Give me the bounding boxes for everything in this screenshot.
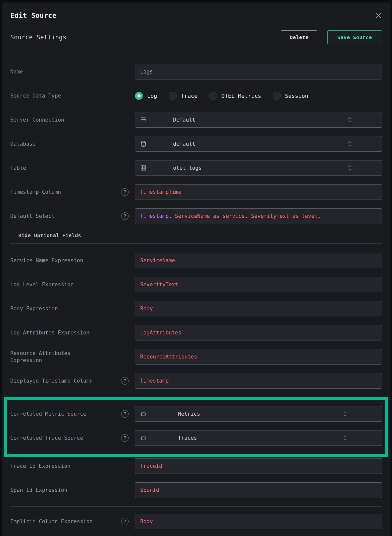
save-source-button[interactable]: Save Source bbox=[327, 30, 382, 44]
row-displayed-timestamp-column: Displayed Timestamp Column ? Timestamp bbox=[10, 373, 382, 389]
row-correlated-metric-source: Correlated Metric Source ? Metrics bbox=[10, 406, 382, 422]
database-select[interactable]: default bbox=[135, 136, 382, 152]
default-select-input[interactable]: Timestamp, ServiceName as service, Sever… bbox=[135, 208, 382, 224]
server-icon bbox=[140, 117, 169, 123]
body-expression-input[interactable]: Body bbox=[135, 301, 382, 316]
row-server-connection: Server Connection Default bbox=[10, 112, 382, 128]
radio-unchecked-icon bbox=[273, 92, 281, 100]
row-resource-attributes-expression: Resource Attributes Expression ResourceA… bbox=[10, 349, 382, 365]
help-icon[interactable]: ? bbox=[121, 377, 129, 385]
dialog-header: Edit Source bbox=[8, 12, 384, 19]
settings-bar: Source Settings Delete Save Source bbox=[8, 30, 384, 44]
close-icon[interactable] bbox=[375, 12, 382, 19]
log-attributes-expression-label: Log Attributes Expression bbox=[10, 329, 89, 336]
log-level-expression-label: Log Level Expression bbox=[10, 281, 74, 288]
span-id-expression-input[interactable]: SpanId bbox=[135, 482, 382, 498]
help-icon[interactable]: ? bbox=[121, 212, 129, 220]
section-title: Source Settings bbox=[10, 34, 66, 41]
correlated-sources-highlight-box: Correlated Metric Source ? Metrics bbox=[4, 397, 388, 457]
table-icon bbox=[140, 165, 169, 171]
divider bbox=[10, 506, 382, 507]
correlated-trace-source-label: Correlated Trace Source bbox=[10, 434, 83, 441]
correlated-metric-source-label: Correlated Metric Source bbox=[10, 410, 86, 417]
row-body-expression: Body Expression Body bbox=[10, 301, 382, 316]
trace-id-expression-input[interactable]: TraceId bbox=[135, 458, 382, 474]
database-label: Database bbox=[10, 140, 36, 147]
source-settings-form: Name Logs Source Data Type Log Trace bbox=[8, 64, 384, 529]
row-trace-id-expression: Trace Id Expression TraceId bbox=[10, 458, 382, 474]
timestamp-column-label: Timestamp Column bbox=[10, 189, 61, 196]
server-connection-label: Server Connection bbox=[10, 116, 64, 123]
log-attributes-expression-input[interactable]: LogAttributes bbox=[135, 325, 382, 340]
correlated-metric-source-select[interactable]: Metrics bbox=[135, 406, 382, 422]
radio-unchecked-icon bbox=[209, 92, 217, 100]
chevron-up-down-icon bbox=[343, 435, 377, 441]
chevron-up-down-icon bbox=[348, 141, 377, 147]
action-buttons: Delete Save Source bbox=[281, 30, 382, 44]
chevron-up-down-icon bbox=[343, 411, 377, 417]
dialog-title: Edit Source bbox=[10, 12, 56, 19]
row-span-id-expression: Span Id Expression SpanId bbox=[10, 482, 382, 498]
edit-source-dialog: Edit Source Source Settings Delete Save … bbox=[2, 3, 390, 536]
radio-checked-icon bbox=[135, 92, 143, 100]
row-log-attributes-expression: Log Attributes Expression LogAttributes bbox=[10, 325, 382, 340]
chevron-up-down-icon bbox=[348, 117, 377, 123]
trace-id-expression-label: Trace Id Expression bbox=[10, 463, 70, 470]
radio-option-otel-metrics[interactable]: OTEL Metrics bbox=[209, 92, 261, 100]
span-id-expression-label: Span Id Expression bbox=[10, 487, 67, 494]
service-name-expression-input[interactable]: ServiceName bbox=[135, 253, 382, 268]
implicit-column-expression-label: Implicit Column Expression bbox=[10, 518, 93, 525]
help-icon[interactable]: ? bbox=[121, 434, 129, 442]
table-select[interactable]: otel_logs bbox=[135, 160, 382, 176]
row-table: Table otel_logs bbox=[10, 160, 382, 176]
service-name-expression-label: Service Name Expression bbox=[10, 257, 83, 264]
name-input[interactable]: Logs bbox=[135, 64, 382, 79]
help-icon[interactable]: ? bbox=[121, 410, 129, 418]
help-icon[interactable]: ? bbox=[121, 188, 129, 196]
row-service-name-expression: Service Name Expression ServiceName bbox=[10, 253, 382, 268]
row-correlated-trace-source: Correlated Trace Source ? Traces bbox=[10, 430, 382, 446]
delete-button[interactable]: Delete bbox=[281, 30, 317, 44]
default-select-label: Default Select bbox=[10, 213, 55, 220]
row-timestamp-column: Timestamp Column ? TimestampTime bbox=[10, 184, 382, 200]
radio-option-session[interactable]: Session bbox=[273, 92, 308, 100]
radio-unchecked-icon bbox=[169, 92, 177, 100]
correlated-trace-source-select[interactable]: Traces bbox=[135, 430, 382, 446]
row-source-data-type: Source Data Type Log Trace OTEL Metrics bbox=[10, 88, 382, 104]
row-log-level-expression: Log Level Expression SeverityText bbox=[10, 277, 382, 292]
help-icon[interactable]: ? bbox=[121, 518, 129, 525]
database-icon bbox=[140, 141, 169, 147]
optional-fields-toggle[interactable]: Hide Optional Fields bbox=[18, 232, 382, 238]
row-database: Database default bbox=[10, 136, 382, 152]
row-implicit-column-expression: Implicit Column Expression ? Body bbox=[10, 514, 382, 529]
chevron-up-down-icon bbox=[348, 165, 377, 171]
timestamp-column-input[interactable]: TimestampTime bbox=[135, 184, 382, 200]
row-default-select: Default Select ? Timestamp, ServiceName … bbox=[10, 208, 382, 224]
source-icon bbox=[140, 435, 174, 441]
radio-option-log[interactable]: Log bbox=[135, 92, 157, 100]
log-level-expression-input[interactable]: SeverityText bbox=[135, 277, 382, 292]
radio-option-trace[interactable]: Trace bbox=[169, 92, 198, 100]
row-name: Name Logs bbox=[10, 64, 382, 79]
resource-attributes-expression-label: Resource Attributes Expression bbox=[10, 350, 85, 364]
displayed-timestamp-column-input[interactable]: Timestamp bbox=[135, 373, 382, 389]
displayed-timestamp-column-label: Displayed Timestamp Column bbox=[10, 377, 93, 384]
divider bbox=[10, 243, 382, 244]
server-connection-select[interactable]: Default bbox=[135, 112, 382, 128]
implicit-column-expression-input[interactable]: Body bbox=[135, 514, 382, 529]
table-label: Table bbox=[10, 164, 26, 171]
resource-attributes-expression-input[interactable]: ResourceAttributes bbox=[135, 349, 382, 365]
body-expression-label: Body Expression bbox=[10, 305, 58, 312]
name-label: Name bbox=[10, 68, 23, 75]
source-data-type-radio-group: Log Trace OTEL Metrics Session bbox=[135, 92, 382, 100]
source-icon bbox=[140, 411, 174, 417]
source-data-type-label: Source Data Type bbox=[10, 92, 61, 99]
